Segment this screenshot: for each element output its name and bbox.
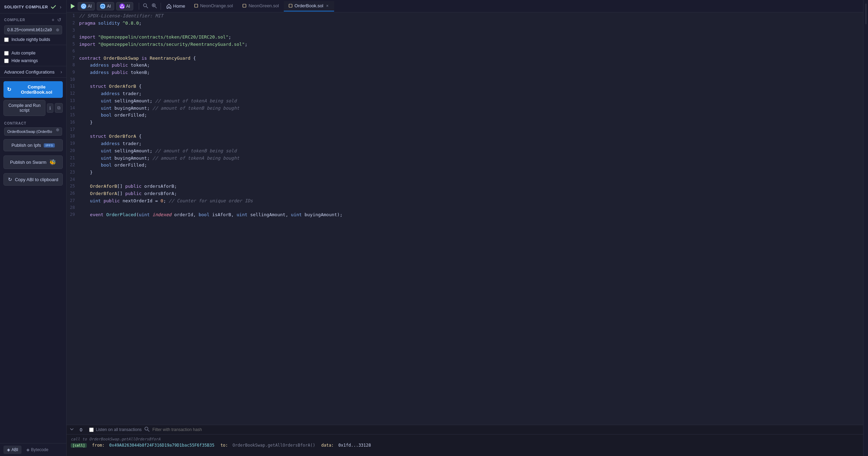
editor-area: 1 // SPDX-License-Identifier: MIT 2 prag… bbox=[67, 12, 863, 456]
zoom-button[interactable] bbox=[151, 2, 158, 10]
home-label: Home bbox=[173, 3, 185, 9]
run-button[interactable] bbox=[69, 3, 76, 9]
tab-label-neon-orange: NeonOrange.sol bbox=[200, 3, 233, 8]
file-icon-neon-orange bbox=[194, 4, 198, 8]
code-line-5: 5 import "@openzeppelin/contracts/securi… bbox=[67, 41, 863, 48]
svg-rect-13 bbox=[243, 4, 246, 7]
file-icon-order-book bbox=[289, 4, 292, 8]
log-line-1: call to OrderBookSwap.getAllOrdersBforA bbox=[71, 436, 859, 442]
filter-input[interactable] bbox=[152, 427, 860, 432]
code-line-17: 17 bbox=[67, 126, 863, 133]
auto-compile-checkbox[interactable] bbox=[4, 51, 9, 56]
tab-neon-green[interactable]: NeonGreen.sol bbox=[238, 1, 283, 11]
arrow-right-icon[interactable]: › bbox=[59, 3, 62, 10]
ai-button-2[interactable]: A AI bbox=[97, 2, 114, 10]
publish-ipfs-button[interactable]: Publish on Ipfs IPFS bbox=[3, 139, 63, 151]
tab-order-book[interactable]: OrderBook.sol × bbox=[284, 1, 334, 11]
compiler-version-select[interactable]: 0.8.25+commit.b61c2a91 bbox=[4, 25, 62, 34]
filter-search-button[interactable] bbox=[144, 427, 150, 433]
data-keyword: data: bbox=[321, 443, 334, 448]
copy-script-button[interactable]: ⧉ bbox=[55, 103, 63, 113]
svg-line-16 bbox=[148, 430, 150, 432]
code-line-13: 13 uint sellingAmount; // amount of toke… bbox=[67, 98, 863, 105]
to-keyword: to: bbox=[220, 443, 228, 448]
code-line-2: 2 pragma solidity ^0.8.0; bbox=[67, 20, 863, 27]
ai-button-1[interactable]: A AI bbox=[78, 2, 95, 10]
abi-label: ABI bbox=[11, 447, 18, 452]
bottom-log: call to OrderBookSwap.getAllOrdersBforA … bbox=[67, 434, 863, 456]
svg-text:A: A bbox=[83, 5, 84, 8]
tab-close-order-book[interactable]: × bbox=[325, 3, 329, 9]
topbar: A AI A AI AI bbox=[67, 0, 863, 12]
code-line-25: 25 OrderAforB[] public ordersAforB; bbox=[67, 183, 863, 190]
search-button[interactable] bbox=[142, 2, 149, 10]
compile-run-row: Compile and Run script ℹ ⧉ bbox=[3, 100, 63, 116]
tab-neon-orange[interactable]: NeonOrange.sol bbox=[189, 1, 238, 11]
bytecode-icon: ◈ bbox=[26, 447, 29, 452]
code-line-1: 1 // SPDX-License-Identifier: MIT bbox=[67, 12, 863, 20]
code-line-19: 19 address trader; bbox=[67, 140, 863, 147]
svg-rect-12 bbox=[195, 4, 198, 7]
hide-warnings-checkbox[interactable] bbox=[4, 59, 9, 63]
code-line-11: 11 struct OrderAforB { bbox=[67, 83, 863, 90]
check-icon[interactable] bbox=[50, 3, 57, 10]
code-editor[interactable]: 1 // SPDX-License-Identifier: MIT 2 prag… bbox=[67, 12, 863, 425]
svg-marker-0 bbox=[71, 4, 75, 9]
nightly-builds-checkbox[interactable] bbox=[4, 37, 9, 42]
from-keyword: from: bbox=[92, 443, 104, 448]
copy-abi-button[interactable]: ↻ Copy ABI to clipboard bbox=[3, 173, 63, 186]
contract-select[interactable]: OrderBookSwap (OrderBook.sol) bbox=[4, 127, 62, 136]
bytecode-label: Bytecode bbox=[31, 447, 48, 452]
code-line-10: 10 bbox=[67, 76, 863, 83]
hide-warnings-label[interactable]: Hide warnings bbox=[11, 58, 38, 63]
publish-swarm-button[interactable]: Publish on Swarm 🐝 bbox=[3, 155, 63, 169]
expand-panel-button[interactable] bbox=[69, 427, 74, 433]
code-line-18: 18 struct OrderBforA { bbox=[67, 133, 863, 140]
abi-icon: ◈ bbox=[7, 447, 10, 452]
ai1-label: AI bbox=[88, 4, 92, 9]
publish-swarm-label: Publish on Swarm bbox=[10, 160, 46, 165]
add-compiler-icon[interactable]: + bbox=[51, 16, 55, 23]
code-line-29: 29 event OrderPlaced(uint indexed orderI… bbox=[67, 211, 863, 219]
code-line-28: 28 bbox=[67, 204, 863, 211]
info-button[interactable]: ℹ bbox=[47, 103, 53, 113]
code-line-27: 27 uint public nextOrderId = 0; // Count… bbox=[67, 197, 863, 205]
tab-bytecode[interactable]: ◈ Bytecode bbox=[23, 446, 52, 454]
publish-ipfs-label: Publish on Ipfs bbox=[11, 143, 41, 148]
listen-all-checkbox[interactable] bbox=[89, 428, 94, 432]
code-line-16: 16 } bbox=[67, 119, 863, 126]
code-line-4: 4 import "@openzeppelin/contracts/token/… bbox=[67, 34, 863, 41]
topbar-divider2 bbox=[161, 3, 161, 10]
ai2-label: AI bbox=[107, 4, 111, 9]
listen-all-label[interactable]: Listen on all transactions bbox=[96, 427, 142, 432]
compiler-label: COMPILER + ↺ bbox=[4, 16, 62, 23]
data-value: 0x1fd...33128 bbox=[338, 443, 371, 448]
sidebar-title: SOLIDITY COMPILER bbox=[4, 5, 48, 9]
svg-line-7 bbox=[146, 6, 148, 8]
bottom-toolbar: 0 Listen on all transactions bbox=[67, 425, 863, 434]
svg-line-11 bbox=[155, 6, 157, 8]
tab-label-order-book: OrderBook.sol bbox=[295, 3, 323, 8]
nightly-builds-label[interactable]: Include nightly builds bbox=[11, 37, 50, 42]
contract-select-wrapper: OrderBookSwap (OrderBook.sol) ⊕ bbox=[4, 127, 62, 136]
header-icons: › bbox=[50, 3, 62, 10]
compile-button[interactable]: ↻ Compile OrderBook.sol bbox=[3, 81, 63, 98]
ai-button-3[interactable]: AI bbox=[116, 2, 133, 10]
options-section: Auto compile Hide warnings bbox=[0, 45, 66, 66]
compile-run-button[interactable]: Compile and Run script bbox=[3, 100, 45, 116]
nightly-builds-row: Include nightly builds bbox=[4, 37, 62, 42]
topbar-left: A AI A AI AI bbox=[69, 2, 133, 10]
home-icon bbox=[167, 4, 171, 9]
tab-abi[interactable]: ◈ ABI bbox=[3, 446, 22, 454]
home-button[interactable]: Home bbox=[164, 2, 188, 10]
code-line-6: 6 bbox=[67, 48, 863, 54]
auto-compile-label[interactable]: Auto compile bbox=[11, 51, 35, 56]
reset-compiler-icon[interactable]: ↺ bbox=[57, 16, 62, 23]
listen-all-transactions-row: Listen on all transactions bbox=[89, 427, 142, 432]
code-line-12: 12 address trader; bbox=[67, 90, 863, 98]
advanced-configurations[interactable]: Advanced Configurations › bbox=[0, 66, 66, 78]
ai1-icon: A bbox=[81, 3, 86, 9]
code-line-8: 8 address public tokenA; bbox=[67, 62, 863, 69]
svg-marker-5 bbox=[120, 5, 124, 8]
swarm-icon: 🐝 bbox=[49, 159, 56, 166]
